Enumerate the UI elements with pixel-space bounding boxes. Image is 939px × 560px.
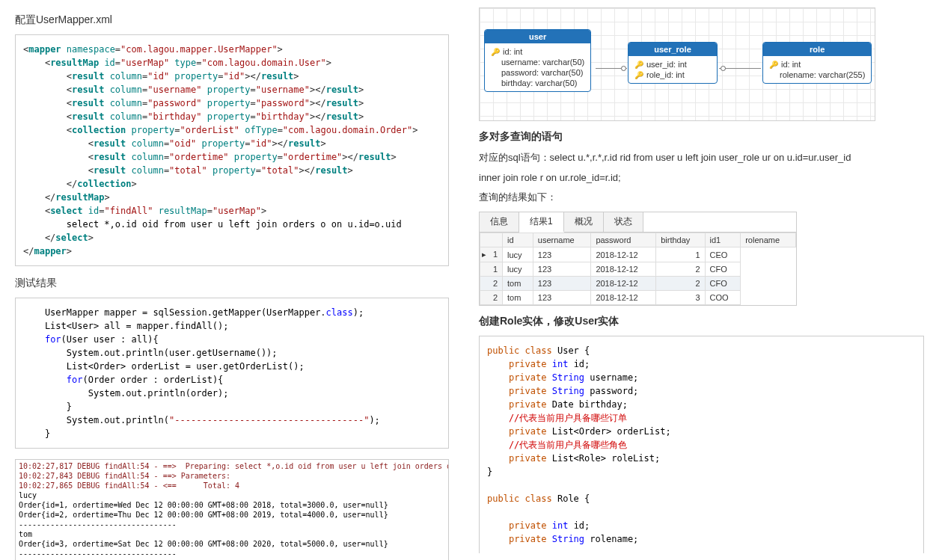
tab-result1[interactable]: 结果1 — [519, 212, 564, 233]
result-tabs: 信息 结果1 概况 状态 — [480, 212, 796, 233]
key-icon: 🔑 — [634, 61, 643, 69]
xml-code-block: <mapper namespace="com.lagou.mapper.User… — [15, 34, 449, 266]
heading-test-result: 测试结果 — [15, 277, 449, 290]
sql-line2: inner join role r on ur.role_id=r.id; — [479, 172, 924, 183]
key-icon: 🔑 — [769, 61, 778, 69]
debug-log-block: 10:02:27,817 DEBUG findAll:54 - ==> Prep… — [15, 459, 449, 560]
entity-user-role: user_role 🔑user_id: int 🔑role_id: int — [628, 42, 718, 84]
result-table: 信息 结果1 概况 状态 idusernamepasswordbirthdayi… — [479, 212, 797, 306]
sql-line1: 对应的sql语句：select u.*,r.*,r.id rid from us… — [479, 151, 924, 164]
java-code-block: UserMapper mapper = sqlSession.getMapper… — [15, 298, 449, 449]
left-column: 配置UserMapper.xml <mapper namespace="com.… — [0, 0, 464, 560]
entity-user: user 🔑id: int username: varchar(50) pass… — [484, 29, 591, 92]
heading-usermapper: 配置UserMapper.xml — [15, 13, 449, 27]
er-diagram: user 🔑id: int username: varchar(50) pass… — [479, 7, 875, 121]
result-intro: 查询的结果如下： — [479, 191, 924, 204]
java-entity-code: public class User { private int id; priv… — [479, 336, 924, 553]
tab-status[interactable]: 状态 — [604, 212, 643, 232]
key-icon: 🔑 — [491, 48, 500, 56]
heading-create-role: 创建Role实体，修改User实体 — [479, 315, 924, 328]
heading-m2m: 多对多查询的语句 — [479, 130, 924, 144]
tab-info[interactable]: 信息 — [480, 212, 519, 232]
tab-summary[interactable]: 概况 — [564, 212, 604, 232]
right-column: user 🔑id: int username: varchar(50) pass… — [464, 0, 939, 560]
entity-role: role 🔑id: int rolename: varchar(255) — [762, 42, 872, 84]
key-icon: 🔑 — [634, 71, 643, 79]
